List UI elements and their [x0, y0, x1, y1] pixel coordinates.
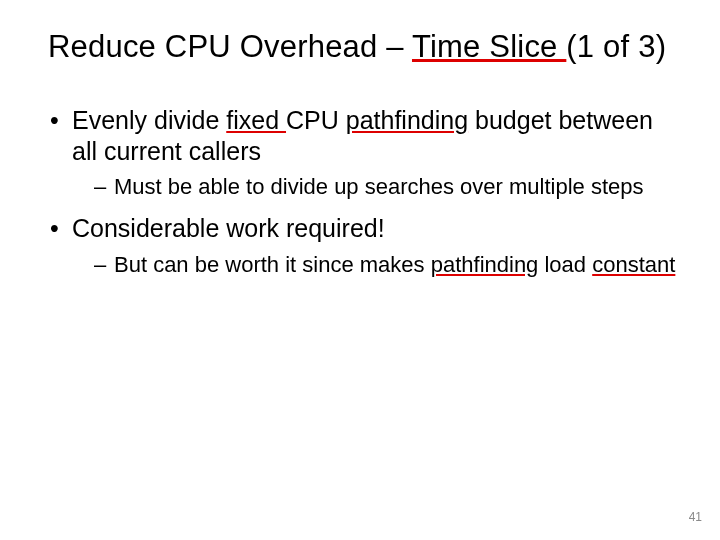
- bullet-1: Considerable work required! But can be w…: [48, 213, 680, 278]
- title-seg-1: Time Slice: [412, 29, 566, 64]
- bullet-0: Evenly divide fixed CPU pathfinding budg…: [48, 105, 680, 201]
- title-seg-0: Reduce CPU Overhead –: [48, 29, 412, 64]
- bullet-0-seg-0: Evenly divide: [72, 106, 226, 134]
- bullet-list: Evenly divide fixed CPU pathfinding budg…: [48, 105, 680, 278]
- bullet-1-sub-0: But can be worth it since makes pathfind…: [94, 252, 680, 279]
- bullet-0-seg-3: pathfinding: [346, 106, 468, 134]
- page-number: 41: [689, 510, 702, 524]
- bullet-0-sub: Must be able to divide up searches over …: [72, 174, 680, 201]
- title-seg-2: (1 of 3): [566, 29, 666, 64]
- bullet-1-sub-0-seg-0: But can be worth it since makes: [114, 252, 431, 277]
- bullet-0-sub-0: Must be able to divide up searches over …: [94, 174, 680, 201]
- slide: Reduce CPU Overhead – Time Slice (1 of 3…: [0, 0, 720, 540]
- bullet-1-sub-0-seg-1: pathfinding: [431, 252, 539, 277]
- bullet-1-seg-0: Considerable work required!: [72, 214, 385, 242]
- bullet-0-seg-2: CPU: [286, 106, 346, 134]
- bullet-1-sub: But can be worth it since makes pathfind…: [72, 252, 680, 279]
- bullet-0-seg-1: fixed: [226, 106, 286, 134]
- bullet-1-sub-0-seg-3: constant: [592, 252, 675, 277]
- bullet-1-sub-0-seg-2: load: [538, 252, 592, 277]
- slide-title: Reduce CPU Overhead – Time Slice (1 of 3…: [48, 28, 680, 65]
